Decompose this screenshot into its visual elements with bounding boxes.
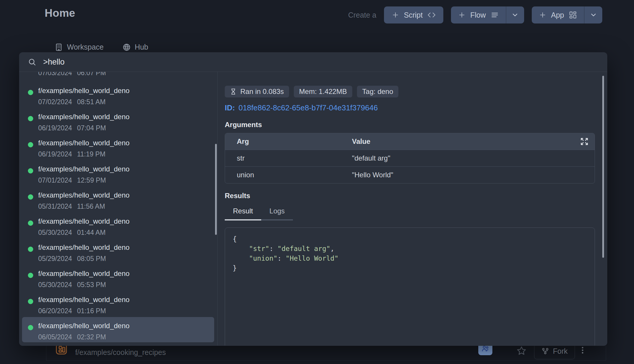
run-timestamp: 05/30/202405:53 PM — [38, 281, 217, 289]
run-time: 11:19 PM — [77, 150, 105, 158]
page-title: Home — [45, 7, 75, 19]
tab-workspace[interactable]: Workspace — [55, 43, 104, 51]
run-path: f/examples/hello_world_deno — [38, 165, 217, 173]
create-script-button[interactable]: Script — [384, 6, 443, 23]
kebab-menu-icon[interactable] — [578, 346, 587, 355]
run-timestamp: 06/05/202402:32 PM — [38, 333, 214, 341]
create-flow-split-button: Flow — [451, 6, 524, 23]
run-path: f/examples/hello_world_deno — [38, 191, 217, 199]
status-dot-icon — [28, 194, 33, 200]
tab-logs[interactable]: Logs — [261, 207, 293, 220]
run-date: 06/20/2024 — [38, 307, 72, 315]
status-dot-icon — [28, 299, 33, 304]
run-time: 01:16 PM — [77, 307, 106, 315]
run-id-value[interactable]: 018fe862-8c62-65e8-b7f7-04e31f379646 — [239, 103, 378, 112]
run-list-item[interactable]: f/examples/hello_world_deno05/31/202411:… — [19, 186, 217, 213]
status-dot-icon — [28, 116, 33, 121]
arg-column-header: Arg — [225, 137, 352, 146]
run-time: 12:59 PM — [77, 176, 106, 184]
app-item-path: f/examples/cooking_recipes — [75, 348, 166, 357]
building-icon — [55, 43, 63, 51]
run-date: 06/19/2024 — [38, 150, 72, 158]
run-path: f/examples/hello_world_deno — [38, 243, 217, 252]
star-icon[interactable] — [516, 346, 526, 356]
run-list-item[interactable]: f/examples/hello_world_deno07/02/202408:… — [19, 82, 217, 108]
run-date: 07/02/2024 — [38, 98, 72, 106]
status-dot-icon — [28, 220, 33, 226]
run-list-item[interactable]: f/examples/hello_world_deno05/29/202408:… — [19, 239, 217, 265]
memory-badge: Mem: 1.422MB — [294, 86, 352, 97]
create-app-split-button: App — [532, 6, 602, 23]
search-input[interactable] — [43, 57, 598, 67]
table-right-border — [606, 346, 606, 360]
run-list-item[interactable]: f/examples/hello_world_deno05/30/202405:… — [19, 265, 217, 291]
run-date: 07/03/2024 — [38, 72, 72, 77]
status-dot-icon — [28, 325, 33, 330]
run-time: 08:05 PM — [77, 255, 106, 263]
create-app-button[interactable]: App — [532, 6, 584, 23]
run-list-item[interactable]: f/examples/hello_world_deno06/05/202402:… — [22, 317, 214, 342]
results-tabs: Result Logs — [225, 207, 595, 220]
result-json: { "str": "default arg", "union": "Hello … — [225, 227, 595, 346]
run-list-item[interactable]: f/examples/hello_world_deno06/20/202401:… — [19, 291, 217, 317]
run-path: f/examples/hello_world_deno — [38, 217, 217, 225]
memory-badge-label: Mem: 1.422MB — [299, 87, 347, 96]
run-list-item[interactable]: f/examples/hello_world_deno06/19/202407:… — [19, 108, 217, 134]
run-time: 02:32 PM — [77, 333, 106, 341]
run-id-label: ID: — [225, 103, 235, 112]
footer-divider — [46, 360, 606, 361]
tab-workspace-label: Workspace — [67, 43, 104, 51]
run-timestamp: 06/19/202407:04 PM — [38, 124, 217, 132]
run-path: f/examples/hello_world_deno — [38, 139, 217, 147]
tab-hub[interactable]: Hub — [123, 43, 148, 51]
run-timestamp: 05/29/202408:05 PM — [38, 255, 217, 263]
tab-result[interactable]: Result — [225, 207, 261, 220]
run-timestamp: 07/02/202408:51 AM — [38, 98, 217, 106]
run-list-item[interactable]: f/examples/hello_world_deno06/19/202411:… — [19, 134, 217, 160]
runtime-badge-label: Ran in 0.083s — [240, 87, 284, 96]
create-app-dropdown-button[interactable] — [584, 6, 602, 23]
layout-dashboard-icon — [569, 11, 577, 19]
run-list-item[interactable]: 07/03/202406:07 PM — [19, 72, 217, 82]
run-time: 08:51 AM — [77, 98, 105, 106]
tab-hub-label: Hub — [135, 43, 148, 51]
arguments-table-header: Arg Value — [225, 133, 595, 150]
runs-list: 07/03/202406:07 PMf/examples/hello_world… — [19, 72, 218, 346]
status-dot-icon — [28, 273, 33, 278]
run-list-item[interactable]: f/examples/hello_world_deno07/01/202412:… — [19, 160, 217, 186]
run-date: 05/29/2024 — [38, 255, 72, 263]
workspace-hub-tabs: Workspace Hub — [55, 43, 148, 51]
run-date: 05/30/2024 — [38, 281, 72, 289]
run-time: 06:07 PM — [77, 72, 106, 77]
run-path: f/examples/hello_world_deno — [38, 296, 217, 304]
fork-button-label: Fork — [553, 347, 568, 355]
create-label: Create a — [348, 11, 376, 19]
run-time: 07:04 PM — [77, 124, 106, 132]
run-date: 06/19/2024 — [38, 124, 72, 132]
tag-badge-label: Tag: deno — [362, 87, 393, 96]
run-time: 01:44 AM — [77, 229, 105, 237]
search-bar — [19, 52, 607, 72]
create-flow-dropdown-button[interactable] — [506, 6, 524, 23]
runs-list-scrollbar[interactable] — [215, 144, 217, 235]
plus-icon — [539, 11, 546, 19]
search-results-body: 07/03/202406:07 PMf/examples/hello_world… — [19, 72, 607, 346]
arg-cell: str — [225, 154, 352, 162]
value-cell: "default arg" — [352, 154, 595, 162]
create-flow-button[interactable]: Flow — [451, 6, 506, 23]
tag-badge: Tag: deno — [357, 86, 398, 97]
run-date: 06/05/2024 — [38, 333, 72, 341]
run-date: 05/31/2024 — [38, 203, 72, 210]
expand-icon[interactable] — [580, 137, 589, 146]
status-dot-icon — [28, 90, 33, 95]
run-date: 05/30/2024 — [38, 229, 72, 237]
run-path: f/examples/hello_world_deno — [38, 87, 217, 95]
value-cell: "Hello World" — [352, 171, 595, 179]
run-list-item[interactable]: f/examples/hello_world_deno05/30/202401:… — [19, 213, 217, 239]
status-dot-icon — [28, 247, 33, 252]
detail-panel-scrollbar[interactable] — [602, 76, 604, 258]
run-time: 05:53 PM — [77, 281, 106, 289]
run-timestamp: 05/30/202401:44 AM — [38, 229, 217, 237]
run-timestamp: 06/19/202411:19 PM — [38, 150, 217, 158]
results-heading: Results — [225, 192, 595, 200]
